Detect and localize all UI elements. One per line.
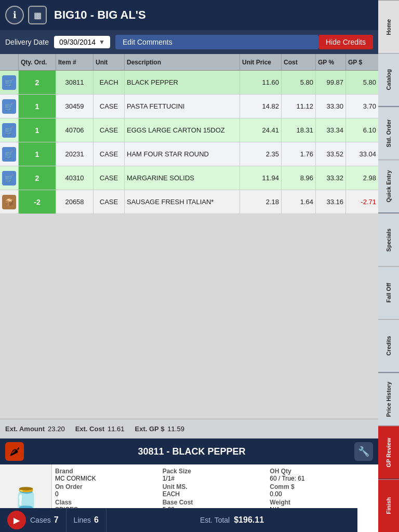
table-row[interactable]: 🛒 2 30811 EACH BLACK PEPPER 11.60 5.80 9… — [0, 71, 378, 95]
row-gp-dollar: 6.10 — [346, 118, 378, 142]
oh-qty-label: OH Qty — [270, 468, 375, 475]
table-row[interactable]: 🛒 1 30459 CASE PASTA FETTUCINI 14.82 11.… — [0, 95, 378, 118]
edit-comments-button[interactable]: Edit Comments — [115, 35, 318, 49]
row-cart-icon[interactable]: 🛒 — [0, 95, 19, 118]
ext-amount-label: Ext. Amount — [5, 425, 45, 433]
row-unit: CASE — [94, 190, 125, 214]
base-cost-label: Base Cost — [163, 499, 268, 506]
sidebar-item-std-order[interactable]: Std. Order — [378, 107, 399, 159]
ext-bar: Ext. Amount 23.20 Ext. Cost 11.61 Ext. G… — [0, 419, 378, 438]
brand-value: MC CORMICK — [55, 475, 161, 482]
footer-est-total: Est. Total $196.11 — [107, 515, 357, 525]
row-cost: 8.96 — [282, 166, 316, 190]
est-total-label: Est. Total — [200, 516, 230, 524]
comm-label: Comm $ — [270, 483, 375, 490]
brand-label: Brand — [55, 468, 161, 475]
col-unit-price: Unit Price — [240, 54, 282, 70]
row-gp-dollar: 33.04 — [346, 142, 378, 166]
row-qty[interactable]: 2 — [19, 166, 56, 190]
row-cart-icon[interactable]: 📦 — [0, 190, 19, 214]
hide-credits-button[interactable]: Hide Credits — [318, 35, 373, 49]
row-gp-pct: 33.52 — [316, 142, 346, 166]
app-title: BIG10 - BIG AL'S — [54, 8, 373, 22]
row-cost: 18.31 — [282, 118, 316, 142]
weight-label: Weight — [270, 499, 375, 506]
row-unit-price: 11.94 — [240, 166, 282, 190]
row-item: 20231 — [56, 142, 94, 166]
sidebar-item-gp-review[interactable]: GP Review — [378, 425, 399, 478]
table-row[interactable]: 🛒 1 40706 CASE EGGS LARGE CARTON 15DOZ 2… — [0, 118, 378, 142]
wrench-button[interactable]: 🔧 — [354, 442, 373, 461]
cases-value: 7 — [54, 515, 59, 525]
col-gp-pct: GP % — [316, 54, 346, 70]
row-unit: CASE — [94, 95, 125, 118]
row-unit: CASE — [94, 166, 125, 190]
unit-ms-value: EACH — [163, 490, 268, 498]
table-row[interactable]: 📦 -2 20658 CASE SAUSAGE FRESH ITALIAN* 2… — [0, 190, 378, 214]
row-gp-pct: 33.34 — [316, 118, 346, 142]
play-icon[interactable]: ▶ — [7, 511, 26, 529]
table-row[interactable]: 🛒 2 40310 CASE MARGARINE SOLIDS 11.94 8.… — [0, 166, 378, 190]
cart-icon: 🛒 — [2, 123, 16, 138]
row-unit-price: 11.60 — [240, 71, 282, 94]
field-unit-ms: Unit MS. EACH — [163, 483, 268, 498]
row-qty[interactable]: 1 — [19, 118, 56, 142]
field-pack-size: Pack Size 1/1# — [163, 468, 268, 482]
row-cart-icon[interactable]: 🛒 — [0, 166, 19, 190]
delivery-bar: Delivery Date 09/30/2014 ▼ Edit Comments… — [0, 30, 378, 54]
delivery-date-picker[interactable]: 09/30/2014 ▼ — [54, 36, 110, 48]
row-desc: HAM FOUR STAR ROUND — [125, 142, 240, 166]
row-cart-icon[interactable]: 🛒 — [0, 142, 19, 166]
row-unit: EACH — [94, 71, 125, 94]
on-order-value: 0 — [55, 490, 161, 498]
row-unit-price: 2.35 — [240, 142, 282, 166]
table-row[interactable]: 🛒 1 20231 CASE HAM FOUR STAR ROUND 2.35 … — [0, 142, 378, 166]
row-qty[interactable]: 1 — [19, 142, 56, 166]
oh-qty-value: 60 / True: 61 — [270, 475, 375, 482]
sidebar-item-catalog[interactable]: Catalog — [378, 53, 399, 106]
cart-icon: 🛒 — [2, 147, 16, 162]
row-cart-icon[interactable]: 🛒 — [0, 71, 19, 94]
row-gp-dollar: 3.70 — [346, 95, 378, 118]
row-gp-dollar: -2.71 — [346, 190, 378, 214]
field-comm: Comm $ 0.00 — [270, 483, 375, 498]
ext-cost-label: Ext. Cost — [75, 425, 104, 433]
table-header: Qty. Ord. Item # Unit Description Unit P… — [0, 54, 378, 71]
row-item: 30459 — [56, 95, 94, 118]
sidebar: Home Catalog Std. Order Quick Entry Spec… — [378, 0, 399, 532]
sidebar-item-credits[interactable]: Credits — [378, 319, 399, 372]
sidebar-item-finish[interactable]: Finish — [378, 479, 399, 532]
row-cart-icon[interactable]: 🛒 — [0, 118, 19, 142]
pack-size-value: 1/1# — [163, 475, 268, 482]
row-desc: PASTA FETTUCINI — [125, 95, 240, 118]
detail-panel-header: 🌶 30811 - BLACK PEPPER 🔧 — [0, 438, 378, 464]
field-on-order: On Order 0 — [55, 483, 161, 498]
row-qty[interactable]: 1 — [19, 95, 56, 118]
col-desc: Description — [125, 54, 240, 70]
row-desc: EGGS LARGE CARTON 15DOZ — [125, 118, 240, 142]
row-item: 40706 — [56, 118, 94, 142]
field-oh-qty: OH Qty 60 / True: 61 — [270, 468, 375, 482]
grid-icon[interactable]: ▦ — [28, 6, 47, 24]
row-qty[interactable]: -2 — [19, 190, 56, 214]
ext-gp: Ext. GP $ 11.59 — [135, 425, 184, 433]
detail-product-icon: 🌶 — [5, 442, 24, 461]
sidebar-item-specials[interactable]: Specials — [378, 213, 399, 266]
sidebar-item-fall-off[interactable]: Fall Off — [378, 266, 399, 319]
row-desc: MARGARINE SOLIDS — [125, 166, 240, 190]
field-brand: Brand MC CORMICK — [55, 468, 161, 482]
footer-cases[interactable]: ▶ Cases 7 — [0, 508, 66, 532]
sidebar-item-price-history[interactable]: Price History — [378, 373, 399, 425]
row-unit-price: 24.41 — [240, 118, 282, 142]
ext-amount: Ext. Amount 23.20 — [5, 425, 65, 433]
sidebar-item-quick-entry[interactable]: Quick Entry — [378, 159, 399, 212]
box-icon: 📦 — [2, 195, 16, 209]
row-qty[interactable]: 2 — [19, 71, 56, 94]
sidebar-item-home[interactable]: Home — [378, 0, 399, 53]
row-desc: SAUSAGE FRESH ITALIAN* — [125, 190, 240, 214]
unit-ms-label: Unit MS. — [163, 483, 268, 490]
ext-cost-value: 11.61 — [108, 425, 125, 433]
footer-bar: ▶ Cases 7 Lines 6 Est. Total $196.11 — [0, 508, 357, 532]
header: ℹ ▦ BIG10 - BIG AL'S — [0, 0, 378, 30]
info-icon[interactable]: ℹ — [5, 6, 24, 24]
